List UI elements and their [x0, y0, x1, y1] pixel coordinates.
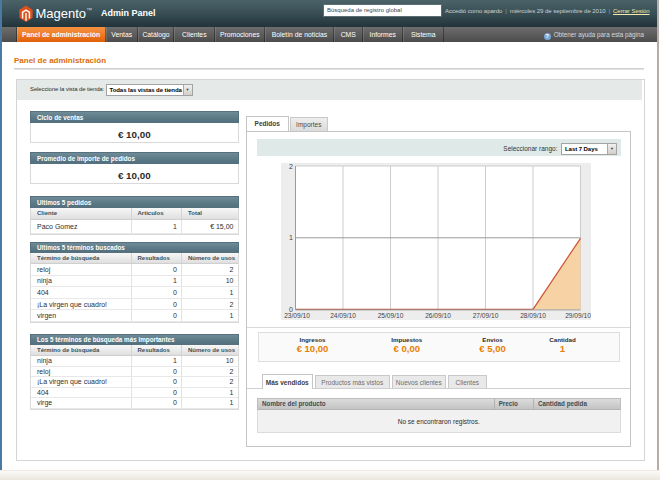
svg-text:29/09/10: 29/09/10 — [565, 312, 591, 319]
svg-text:23/09/10: 23/09/10 — [284, 312, 310, 319]
svg-text:1: 1 — [289, 234, 293, 241]
svg-text:27/09/10: 27/09/10 — [473, 312, 499, 319]
svg-text:26/09/10: 26/09/10 — [425, 312, 451, 319]
svg-text:2: 2 — [289, 163, 293, 170]
svg-text:24/09/10: 24/09/10 — [330, 312, 356, 319]
svg-text:28/09/10: 28/09/10 — [520, 312, 546, 319]
svg-text:25/09/10: 25/09/10 — [378, 312, 404, 319]
